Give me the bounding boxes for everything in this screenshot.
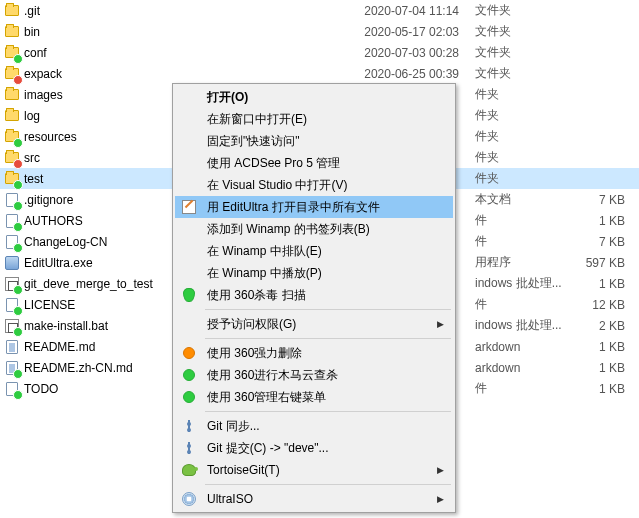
folder-icon — [5, 131, 19, 142]
file-size: 12 KB — [569, 298, 635, 312]
file-type: arkdown — [459, 340, 569, 354]
git-icon — [177, 417, 201, 435]
tort-icon — [177, 461, 201, 479]
menu-item-label: 用 EditUltra 打开目录中所有文件 — [201, 199, 437, 216]
file-size: 7 KB — [569, 235, 635, 249]
edit-icon — [177, 198, 201, 216]
menu-item-label: 打开(O) — [201, 89, 437, 106]
file-size: 1 KB — [569, 361, 635, 375]
file-icon — [6, 298, 18, 312]
menu-item[interactable]: 在 Winamp 中播放(P) — [175, 262, 453, 284]
menu-item[interactable]: 用 EditUltra 打开目录中所有文件 — [175, 196, 453, 218]
menu-item[interactable]: Git 同步... — [175, 415, 453, 437]
menu-separator — [205, 309, 451, 310]
folder-icon — [5, 89, 19, 100]
file-type: arkdown — [459, 361, 569, 375]
file-size: 1 KB — [569, 340, 635, 354]
menu-separator — [205, 411, 451, 412]
file-type: 件夹 — [459, 128, 569, 145]
context-menu: 打开(O)在新窗口中打开(E)固定到"快速访问"使用 ACDSee Pro 5 … — [172, 83, 456, 513]
iso-icon — [177, 490, 201, 508]
menu-item[interactable]: 添加到 Winamp 的书签列表(B) — [175, 218, 453, 240]
file-name: .git — [24, 4, 359, 18]
file-size: 597 KB — [569, 256, 635, 270]
file-type: indows 批处理... — [459, 275, 569, 292]
file-type: 文件夹 — [459, 2, 569, 19]
blank-icon — [177, 88, 201, 106]
blank-icon — [177, 154, 201, 172]
menu-item[interactable]: 使用 ACDSee Pro 5 管理 — [175, 152, 453, 174]
file-type: 件 — [459, 380, 569, 397]
menu-item[interactable]: 授予访问权限(G)▶ — [175, 313, 453, 335]
menu-item[interactable]: TortoiseGit(T)▶ — [175, 459, 453, 481]
blank-icon — [177, 110, 201, 128]
blank-icon — [177, 315, 201, 333]
file-type: 文件夹 — [459, 23, 569, 40]
file-date: 2020-06-25 00:39 — [359, 67, 459, 81]
menu-item-label: 添加到 Winamp 的书签列表(B) — [201, 221, 437, 238]
blank-icon — [177, 242, 201, 260]
360g-icon — [177, 388, 201, 406]
menu-item[interactable]: 使用 360管理右键菜单 — [175, 386, 453, 408]
file-name: expack — [24, 67, 359, 81]
menu-item[interactable]: 使用 360进行木马云查杀 — [175, 364, 453, 386]
menu-item[interactable]: 在 Visual Studio 中打开(V) — [175, 174, 453, 196]
file-size: 1 KB — [569, 382, 635, 396]
blank-icon — [177, 176, 201, 194]
menu-separator — [205, 338, 451, 339]
md-icon — [6, 361, 18, 375]
menu-item-label: UltraISO — [201, 492, 437, 506]
menu-item[interactable]: 在新窗口中打开(E) — [175, 108, 453, 130]
menu-separator — [205, 484, 451, 485]
menu-item-label: 在 Visual Studio 中打开(V) — [201, 177, 437, 194]
folder-icon — [5, 152, 19, 163]
menu-item-label: 使用 360管理右键菜单 — [201, 389, 437, 406]
file-row[interactable]: .git2020-07-04 11:14文件夹 — [0, 0, 639, 21]
shield-icon — [177, 286, 201, 304]
file-type: 件 — [459, 296, 569, 313]
submenu-arrow-icon: ▶ — [437, 319, 449, 329]
menu-item-label: Git 提交(C) -> "deve"... — [201, 440, 437, 457]
menu-item-label: Git 同步... — [201, 418, 437, 435]
folder-icon — [5, 173, 19, 184]
file-row[interactable]: conf2020-07-03 00:28文件夹 — [0, 42, 639, 63]
menu-item[interactable]: Git 提交(C) -> "deve"... — [175, 437, 453, 459]
menu-item[interactable]: 打开(O) — [175, 86, 453, 108]
file-name: conf — [24, 46, 359, 60]
file-date: 2020-07-04 11:14 — [359, 4, 459, 18]
menu-item[interactable]: 使用 360强力删除 — [175, 342, 453, 364]
bat-icon — [5, 319, 19, 333]
file-row[interactable]: bin2020-05-17 02:03文件夹 — [0, 21, 639, 42]
menu-item[interactable]: 固定到"快速访问" — [175, 130, 453, 152]
blank-icon — [177, 220, 201, 238]
menu-item[interactable]: UltraISO▶ — [175, 488, 453, 510]
menu-item-label: 使用 360进行木马云查杀 — [201, 367, 437, 384]
360o-icon — [177, 344, 201, 362]
file-type: 本文档 — [459, 191, 569, 208]
bat-icon — [5, 277, 19, 291]
menu-item-label: 使用 360强力删除 — [201, 345, 437, 362]
file-icon — [6, 235, 18, 249]
submenu-arrow-icon: ▶ — [437, 465, 449, 475]
menu-item-label: TortoiseGit(T) — [201, 463, 437, 477]
exe-icon — [5, 256, 19, 270]
submenu-arrow-icon: ▶ — [437, 494, 449, 504]
file-type: 文件夹 — [459, 65, 569, 82]
menu-item-label: 在新窗口中打开(E) — [201, 111, 437, 128]
file-row[interactable]: expack2020-06-25 00:39文件夹 — [0, 63, 639, 84]
file-type: indows 批处理... — [459, 317, 569, 334]
file-icon — [6, 214, 18, 228]
file-type: 件夹 — [459, 107, 569, 124]
file-type: 用程序 — [459, 254, 569, 271]
menu-item-label: 授予访问权限(G) — [201, 316, 437, 333]
file-type: 件夹 — [459, 86, 569, 103]
menu-item-label: 使用 ACDSee Pro 5 管理 — [201, 155, 437, 172]
folder-icon — [5, 47, 19, 58]
blank-icon — [177, 264, 201, 282]
menu-item-label: 在 Winamp 中排队(E) — [201, 243, 437, 260]
menu-item[interactable]: 使用 360杀毒 扫描 — [175, 284, 453, 306]
file-icon — [6, 382, 18, 396]
menu-item[interactable]: 在 Winamp 中排队(E) — [175, 240, 453, 262]
menu-item-label: 使用 360杀毒 扫描 — [201, 287, 437, 304]
file-size: 2 KB — [569, 319, 635, 333]
